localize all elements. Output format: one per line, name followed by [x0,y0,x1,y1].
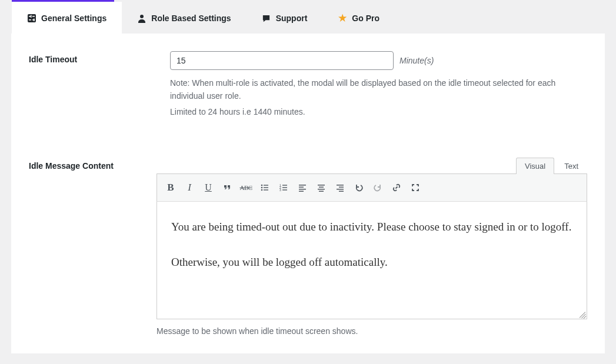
svg-rect-23 [299,191,304,192]
svg-rect-13 [264,189,268,190]
svg-rect-25 [319,187,324,188]
svg-rect-26 [318,189,325,190]
star-icon: ★ [338,14,347,23]
bullet-list-button[interactable] [256,179,274,196]
field-label: Idle Timeout [29,51,170,64]
svg-rect-22 [299,189,306,190]
underline-button[interactable]: U [199,179,217,196]
svg-rect-24 [318,185,325,186]
tab-role-based-settings[interactable]: Role Based Settings [122,2,246,34]
redo-button[interactable] [369,179,387,196]
strikethrough-button[interactable]: ABC [237,179,255,196]
chat-icon [262,14,271,23]
svg-point-8 [261,185,263,186]
idle-timeout-note: Note: When multi-role is activated, the … [170,77,587,102]
svg-rect-30 [337,189,344,190]
svg-point-10 [261,187,263,189]
svg-point-12 [261,189,263,191]
editor-toolbar: B I U ABC 123 [157,173,587,202]
idle-timeout-unit: Minute(s) [399,56,434,65]
svg-rect-15 [282,185,287,185]
svg-rect-0 [28,14,36,22]
svg-rect-19 [282,189,287,190]
tab-go-pro[interactable]: ★ Go Pro [322,2,395,34]
settings-tabs: General Settings Role Based Settings Sup… [12,2,616,34]
tab-support[interactable]: Support [247,2,323,34]
tab-general-settings[interactable]: General Settings [12,2,122,34]
idle-timeout-input[interactable] [170,51,394,70]
link-button[interactable] [388,179,405,196]
numbered-list-button[interactable]: 123 [275,179,292,196]
tab-label: Role Based Settings [151,14,231,23]
align-center-button[interactable] [312,179,330,196]
editor-mode-tabs: Visual Text [157,158,587,174]
field-idle-timeout: Idle Timeout Minute(s) Note: When multi-… [29,51,587,122]
svg-rect-21 [299,187,304,188]
svg-text:3: 3 [279,188,281,192]
svg-rect-9 [264,185,268,185]
idle-message-description: Message to be shown when idle timeout sc… [157,325,587,338]
align-right-button[interactable] [331,179,349,196]
editor-tab-text[interactable]: Text [555,158,587,174]
resize-handle-icon[interactable] [577,309,585,318]
svg-point-7 [140,15,144,18]
svg-rect-6 [34,19,35,22]
undo-button[interactable] [350,179,368,196]
field-idle-message: Idle Message Content Visual Text B I U [29,158,587,342]
tab-label: Support [276,14,308,23]
fullscreen-button[interactable] [407,179,424,196]
settings-panel: Idle Timeout Minute(s) Note: When multi-… [11,34,605,353]
svg-rect-17 [282,187,287,188]
editor-content[interactable]: You are being timed-out out due to inact… [157,202,587,319]
italic-button[interactable]: I [181,179,198,196]
tab-label: Go Pro [352,14,379,23]
svg-rect-5 [31,15,32,18]
bold-button[interactable]: B [162,179,179,196]
blockquote-button[interactable] [218,179,236,196]
user-icon [137,14,146,23]
svg-rect-31 [339,191,344,192]
svg-rect-2 [32,16,35,17]
editor-tab-visual[interactable]: Visual [516,158,554,174]
field-label: Idle Message Content [29,158,157,171]
svg-rect-11 [264,187,268,188]
svg-rect-27 [319,191,324,192]
editor-paragraph: Otherwise, you will be logged off automa… [171,253,572,271]
svg-rect-3 [29,19,31,21]
sliders-icon [27,14,36,23]
svg-rect-20 [299,185,306,186]
tab-label: General Settings [41,14,106,23]
svg-rect-28 [337,185,344,186]
idle-timeout-limit: Limited to 24 hours i.e 1440 minutes. [170,106,587,119]
svg-rect-29 [339,187,344,188]
editor-paragraph: You are being timed-out out due to inact… [171,218,572,235]
align-left-button[interactable] [294,179,311,196]
